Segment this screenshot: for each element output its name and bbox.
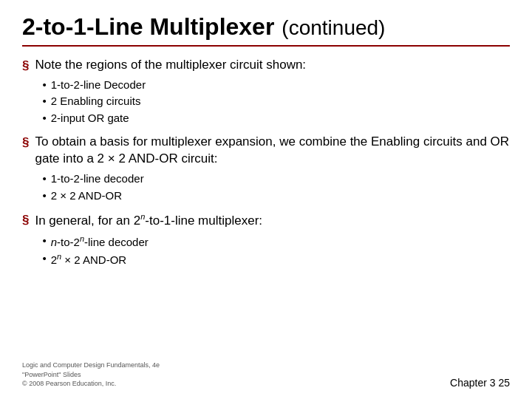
footer-line2: "PowerPoint" Slides <box>22 370 160 380</box>
list-item: 2 × 2 AND-OR <box>42 188 510 205</box>
section-1-body: Note the regions of the multiplexer circ… <box>35 57 510 126</box>
section-3-body: In general, for an 2n-to-1-line multiple… <box>35 211 510 269</box>
list-item: 1-to-2-line decoder <box>42 171 510 188</box>
footer-right: Chapter 3 25 <box>450 377 510 389</box>
title-main: 2-to-1-Line Multiplexer <box>22 13 274 41</box>
section-1: § Note the regions of the multiplexer ci… <box>22 57 510 126</box>
section-3-text: In general, for an 2n-to-1-line multiple… <box>35 211 510 230</box>
list-item: 2-input OR gate <box>42 110 510 127</box>
section-2: § To obtain a basis for multiplexer expa… <box>22 134 510 204</box>
title-continued: (continued) <box>282 16 385 40</box>
section-3: § In general, for an 2n-to-1-line multip… <box>22 211 510 269</box>
list-item: 1-to-2-line Decoder <box>42 77 510 94</box>
list-item: 2n × 2 AND-OR <box>42 250 510 269</box>
section-2-bullet: § <box>22 135 29 150</box>
footer-line3: © 2008 Pearson Education, Inc. <box>22 379 160 389</box>
section-3-bullet: § <box>22 213 29 228</box>
footer: Logic and Computer Design Fundamentals, … <box>22 358 510 389</box>
list-item: n-to-2n-line decoder <box>42 233 510 251</box>
content-area: § Note the regions of the multiplexer ci… <box>22 57 510 358</box>
title-area: 2-to-1-Line Multiplexer (continued) <box>22 13 510 41</box>
footer-left: Logic and Computer Design Fundamentals, … <box>22 361 160 389</box>
section-1-bullet: § <box>22 58 29 73</box>
section-1-list: 1-to-2-line Decoder 2 Enabling circuits … <box>35 77 510 127</box>
section-2-list: 1-to-2-line decoder 2 × 2 AND-OR <box>35 171 510 204</box>
section-1-text: Note the regions of the multiplexer circ… <box>35 57 510 74</box>
page: 2-to-1-Line Multiplexer (continued) § No… <box>0 0 532 399</box>
title-divider <box>22 45 510 47</box>
section-3-list: n-to-2n-line decoder 2n × 2 AND-OR <box>35 233 510 269</box>
section-2-body: To obtain a basis for multiplexer expans… <box>35 134 510 204</box>
footer-line1: Logic and Computer Design Fundamentals, … <box>22 361 160 370</box>
list-item: 2 Enabling circuits <box>42 93 510 110</box>
section-2-text: To obtain a basis for multiplexer expans… <box>35 134 510 168</box>
